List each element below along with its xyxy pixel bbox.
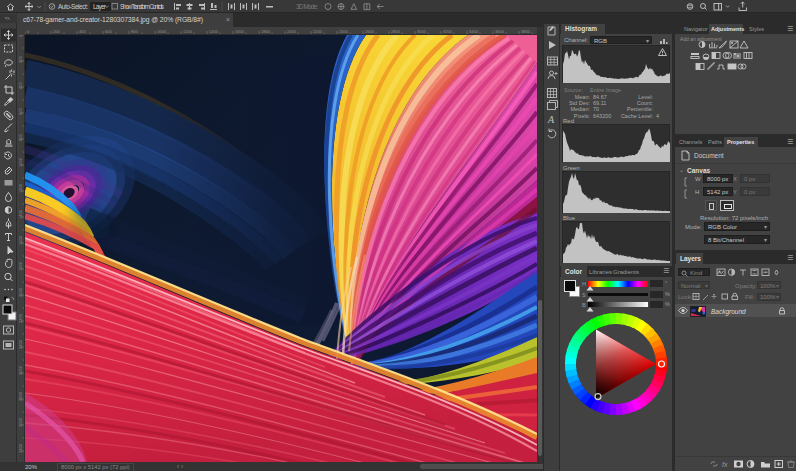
svg-text:2600: 2600 xyxy=(18,365,23,375)
svg-text:400: 400 xyxy=(18,82,23,89)
svg-text:Auto-Select:: Auto-Select: xyxy=(58,3,88,10)
svg-text:200: 200 xyxy=(18,56,23,63)
svg-text:800: 800 xyxy=(131,29,138,34)
svg-text:2000: 2000 xyxy=(18,287,23,297)
svg-text:2800: 2800 xyxy=(18,391,23,401)
svg-text:2200: 2200 xyxy=(18,313,23,323)
svg-text:fx: fx xyxy=(722,461,728,468)
svg-text:1800: 1800 xyxy=(261,29,271,34)
svg-text:2200: 2200 xyxy=(313,29,323,34)
svg-text:200: 200 xyxy=(53,29,60,34)
svg-text:1200: 1200 xyxy=(183,29,193,34)
svg-text:1600: 1600 xyxy=(235,29,245,34)
svg-text:1600: 1600 xyxy=(18,235,23,245)
svg-text:Layer: Layer xyxy=(93,3,107,11)
svg-text:3400: 3400 xyxy=(469,29,479,34)
svg-text:1400: 1400 xyxy=(18,209,23,219)
svg-text:1200: 1200 xyxy=(18,183,23,193)
svg-text:2400: 2400 xyxy=(339,29,349,34)
svg-text:Show Transform Controls: Show Transform Controls xyxy=(120,3,165,10)
svg-text:2000: 2000 xyxy=(287,29,297,34)
svg-text:400: 400 xyxy=(79,29,86,34)
svg-text:0: 0 xyxy=(18,35,23,37)
svg-text:2400: 2400 xyxy=(18,339,23,349)
svg-text:600: 600 xyxy=(18,108,23,115)
svg-text:3D Mode:: 3D Mode: xyxy=(296,3,318,10)
svg-text:3200: 3200 xyxy=(18,443,23,453)
svg-text:1000: 1000 xyxy=(157,29,167,34)
svg-text:A: A xyxy=(547,114,555,125)
svg-text:1000: 1000 xyxy=(18,157,23,167)
svg-text:3800: 3800 xyxy=(521,29,531,34)
svg-text:800: 800 xyxy=(18,134,23,141)
svg-text:3000: 3000 xyxy=(18,417,23,427)
svg-text:2800: 2800 xyxy=(391,29,401,34)
svg-text:3200: 3200 xyxy=(443,29,453,34)
svg-text:2600: 2600 xyxy=(365,29,375,34)
svg-text:1800: 1800 xyxy=(18,261,23,271)
svg-text:600: 600 xyxy=(105,29,112,34)
svg-text:3000: 3000 xyxy=(417,29,427,34)
svg-text:0: 0 xyxy=(27,29,30,34)
svg-text:3600: 3600 xyxy=(495,29,505,34)
svg-text:1400: 1400 xyxy=(209,29,219,34)
